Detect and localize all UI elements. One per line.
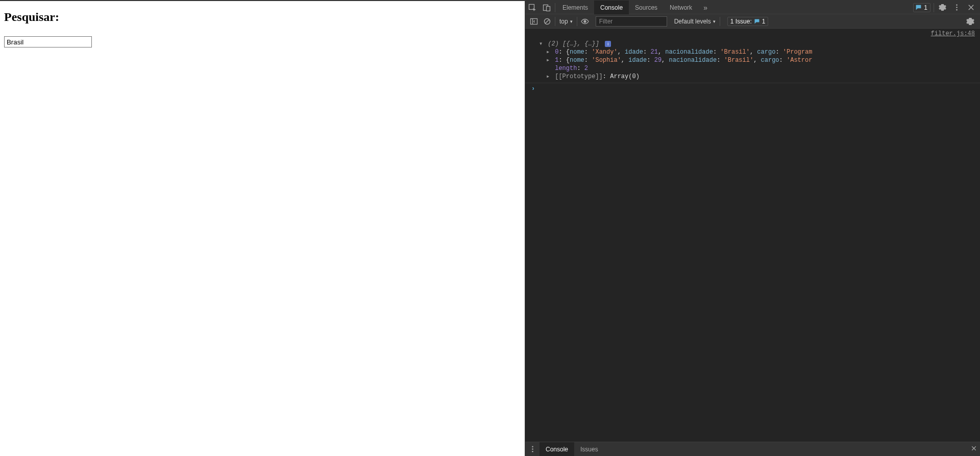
log-levels-label: Default levels: [674, 18, 711, 25]
issues-pill-top[interactable]: 1: [913, 3, 930, 12]
expand-toggle-icon[interactable]: [546, 48, 550, 56]
issues-pill-inline[interactable]: 1 Issue: 1: [727, 17, 769, 26]
devtools-drawer: Console Issues: [525, 442, 980, 456]
expand-toggle-icon[interactable]: [546, 73, 550, 81]
console-filter-input[interactable]: [596, 16, 667, 27]
live-expression-eye-icon[interactable]: [578, 14, 592, 29]
tab-sources[interactable]: Sources: [629, 1, 664, 15]
drawer-close-icon[interactable]: [971, 445, 977, 453]
console-sidebar-toggle-icon[interactable]: [527, 14, 541, 29]
svg-rect-2: [547, 6, 550, 11]
kebab-menu-icon[interactable]: [949, 1, 964, 15]
array-item[interactable]: 0: {nome: 'Xandy', idade: 21, nacionalid…: [538, 48, 980, 56]
console-prompt[interactable]: [525, 83, 980, 94]
info-badge-icon[interactable]: i: [605, 41, 611, 47]
execution-context-label: top: [559, 18, 568, 25]
svg-point-4: [956, 7, 958, 8]
svg-point-5: [956, 9, 958, 11]
source-link[interactable]: filter.js:48: [525, 29, 980, 39]
issues-label: 1 Issue:: [730, 18, 752, 25]
inspect-element-icon[interactable]: [525, 1, 540, 15]
logged-array[interactable]: (2) [{…}, {…}] i 0: {nome: 'Xandy', idad…: [525, 39, 980, 83]
tab-console[interactable]: Console: [594, 1, 629, 15]
svg-point-8: [584, 20, 586, 22]
device-toolbar-icon[interactable]: [540, 1, 554, 15]
drawer-tab-issues[interactable]: Issues: [574, 442, 604, 457]
more-tabs-icon[interactable]: »: [698, 1, 713, 15]
devtools-panel: Elements Console Sources Network » 1: [525, 0, 980, 456]
page-content: Pesquisar:: [0, 0, 525, 456]
array-summary-count: (2): [548, 40, 559, 47]
expand-toggle-icon[interactable]: [538, 40, 543, 48]
issues-count-inline: 1: [762, 18, 766, 25]
svg-point-9: [532, 446, 533, 448]
log-levels-select[interactable]: Default levels ▾: [671, 18, 719, 25]
console-output[interactable]: filter.js:48 (2) [{…}, {…}] i 0: {nome: …: [525, 29, 980, 442]
tab-network[interactable]: Network: [664, 1, 698, 15]
page-heading: Pesquisar:: [4, 10, 521, 24]
array-item[interactable]: 1: {nome: 'Sophia', idade: 29, nacionali…: [538, 56, 980, 64]
search-input[interactable]: [4, 36, 92, 47]
clear-console-icon[interactable]: [541, 14, 554, 29]
execution-context-select[interactable]: top ▾: [556, 18, 576, 25]
array-length-row[interactable]: length: 2: [538, 64, 980, 73]
tab-elements[interactable]: Elements: [556, 1, 594, 15]
console-settings-gear-icon[interactable]: [964, 14, 977, 29]
svg-point-3: [956, 5, 958, 6]
settings-gear-icon[interactable]: [935, 1, 949, 15]
drawer-kebab-icon[interactable]: [525, 442, 540, 457]
array-summary-body: [{…}, {…}]: [559, 40, 599, 47]
svg-point-10: [532, 448, 533, 450]
issues-count-top: 1: [924, 4, 927, 11]
array-prototype-row[interactable]: [[Prototype]]: Array(0): [538, 73, 980, 81]
expand-toggle-icon[interactable]: [546, 56, 550, 64]
close-devtools-icon[interactable]: [964, 1, 978, 15]
console-toolbar: top ▾ Default levels ▾ 1 Issue: 1: [525, 14, 980, 29]
devtools-tabbar: Elements Console Sources Network » 1: [525, 0, 980, 14]
drawer-tab-console[interactable]: Console: [540, 442, 574, 457]
svg-point-11: [532, 451, 533, 452]
